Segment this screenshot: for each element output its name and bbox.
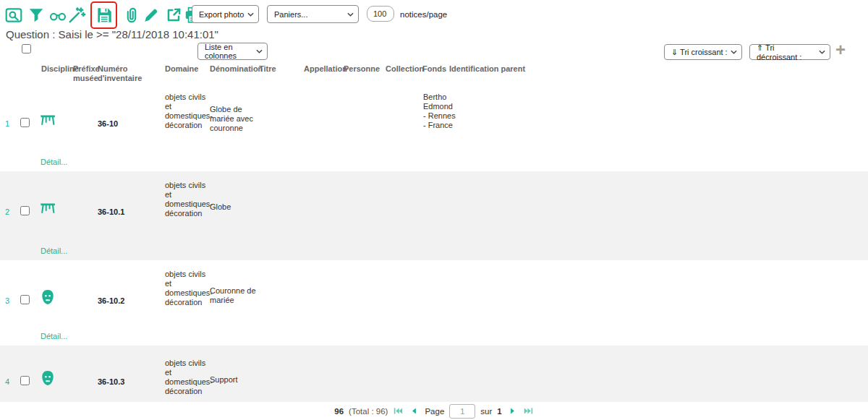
table-header-row: Discipline Préfixe musée Numéro d'invent…	[0, 64, 868, 83]
column-header-personne: Personne	[344, 64, 380, 74]
save-icon[interactable]	[95, 6, 114, 25]
paniers-select-label: Paniers...	[274, 10, 307, 19]
table-row: 4 36-10.3 objets civils et domestiques- …	[0, 346, 868, 402]
last-page-icon[interactable]	[523, 406, 534, 416]
table-object-icon	[40, 200, 56, 216]
first-page-icon[interactable]	[393, 406, 404, 416]
mask-object-icon	[40, 289, 56, 305]
notices-per-page-input[interactable]	[367, 6, 394, 22]
denomination-cell: Globe de mariée avec couronne	[210, 93, 266, 145]
table-row: 1 36-10 objets civils et domestiques- dé…	[0, 83, 868, 171]
row-number-link[interactable]: 3	[5, 296, 9, 306]
column-header-denomination: Dénomination	[210, 64, 263, 74]
column-header-identification-parent: Identification parent	[449, 64, 525, 74]
denomination-cell: Couronne de mariée	[210, 270, 266, 322]
row-checkbox[interactable]	[20, 376, 30, 385]
row-checkbox[interactable]	[20, 295, 30, 304]
next-page-icon[interactable]	[507, 406, 518, 416]
table-row: 2 36-10.1 objets civils et domestiques- …	[0, 171, 868, 260]
detail-link[interactable]: Détail...	[41, 158, 67, 167]
inventory-number: 36-10	[98, 119, 118, 129]
domaine-cell: objets civils et domestiques- décoration	[165, 359, 213, 396]
export-photo-select-label: Export photo	[199, 10, 244, 19]
inventory-number: 36-10.2	[98, 296, 124, 306]
result-count: 96	[334, 407, 344, 416]
export-photo-select[interactable]: Export photo	[192, 5, 259, 23]
list-mode-select-label: Liste en colonnes	[205, 43, 254, 60]
domaine-cell: objets civils et domestiques- décoration	[165, 93, 213, 130]
previous-page-icon[interactable]	[409, 406, 420, 416]
column-header-titre: Titre	[259, 64, 276, 74]
sort-descending-select[interactable]: ⇑ Tri décroissant :	[749, 44, 830, 60]
sort-descending-select-label: ⇑ Tri décroissant :	[757, 43, 817, 61]
list-mode-select[interactable]: Liste en colonnes	[197, 43, 268, 60]
row-number-link[interactable]: 2	[5, 207, 9, 217]
add-sort-criterion-icon[interactable]: +	[835, 41, 846, 59]
paperclip-icon[interactable]	[122, 6, 141, 25]
column-header-domaine: Domaine	[165, 64, 198, 74]
column-header-appellation: Appellation	[304, 64, 347, 74]
row-number-link[interactable]: 4	[5, 377, 9, 387]
chevron-down-icon	[247, 12, 254, 17]
chevron-down-icon	[731, 50, 737, 54]
mask-object-icon	[40, 370, 56, 386]
page-number-input[interactable]	[449, 404, 475, 419]
table-object-icon	[40, 112, 56, 128]
denomination-cell: Support	[210, 359, 266, 400]
glasses-icon[interactable]	[48, 6, 67, 25]
select-all-checkbox[interactable]	[22, 44, 31, 53]
inventory-number: 36-10.3	[98, 377, 124, 387]
column-header-prefixe-musee: Préfixe musée	[73, 64, 100, 83]
result-total: (Total : 96)	[349, 407, 388, 416]
domaine-cell: objets civils et domestiques- décoration	[165, 270, 213, 307]
save-highlight-box	[90, 1, 117, 29]
chevron-down-icon	[256, 49, 263, 53]
chevron-down-icon	[347, 12, 354, 17]
records-list-screen: Export photo Paniers... notices/page Que…	[0, 0, 868, 420]
filter-icon[interactable]	[27, 6, 46, 25]
denomination-cell: Globe	[210, 181, 266, 233]
row-checkbox[interactable]	[20, 206, 30, 215]
column-header-fonds: Fonds	[422, 64, 446, 74]
table-row: 3 36-10.2 objets civils et domestiques- …	[0, 260, 868, 346]
row-number-link[interactable]: 1	[5, 119, 9, 129]
page-separator: sur	[480, 407, 492, 416]
pagination-bar: 96 (Total : 96) Page sur 1	[0, 402, 868, 420]
export-icon[interactable]	[164, 6, 183, 25]
page-label: Page	[425, 407, 444, 416]
chevron-down-icon	[819, 50, 825, 54]
paniers-select[interactable]: Paniers...	[267, 5, 359, 23]
sort-ascending-select[interactable]: ⇓ Tri croissant :	[664, 44, 742, 60]
query-summary: Question : Saisi le >= "28/11/2018 10:41…	[6, 28, 218, 40]
photo-search-icon[interactable]	[4, 6, 23, 25]
notices-per-page-label: notices/page	[400, 10, 447, 19]
domaine-cell: objets civils et domestiques- décoration	[165, 181, 213, 218]
detail-link[interactable]: Détail...	[41, 332, 67, 341]
row-checkbox[interactable]	[20, 118, 30, 127]
pencil-icon[interactable]	[142, 6, 161, 25]
column-header-collection: Collection	[386, 64, 424, 74]
magic-wand-icon[interactable]	[67, 6, 86, 25]
toolbar: Export photo Paniers... notices/page	[0, 0, 868, 32]
inventory-number: 36-10.1	[98, 207, 124, 217]
fonds-cell: Bertho Edmond - Rennes - France	[423, 93, 469, 130]
column-header-numero-inventaire: Numéro d'inventaire	[98, 64, 142, 83]
total-pages: 1	[497, 407, 501, 416]
detail-link[interactable]: Détail...	[41, 247, 67, 256]
sort-ascending-select-label: ⇓ Tri croissant :	[671, 48, 728, 57]
